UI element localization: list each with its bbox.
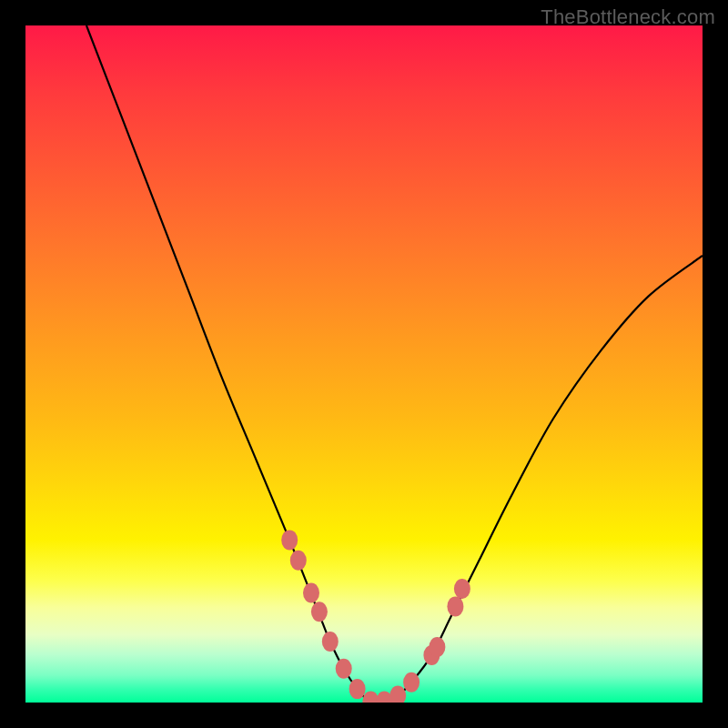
marker-dot [429,637,445,657]
marker-dot [281,530,298,550]
watermark-text: TheBottleneck.com [541,5,715,29]
marker-dot [303,583,319,603]
marker-dot [322,632,339,652]
plot-area [25,25,703,703]
marker-dot [311,602,328,622]
marker-dot [454,579,470,599]
marker-dot [447,596,463,616]
marker-group [281,530,470,703]
chart-frame: TheBottleneck.com [0,0,728,728]
curve-layer [25,25,703,703]
marker-dot [389,686,406,703]
bottleneck-curve [86,25,703,703]
marker-dot [290,551,307,571]
marker-dot [349,679,366,699]
marker-dot [403,672,420,693]
marker-dot [336,659,352,679]
